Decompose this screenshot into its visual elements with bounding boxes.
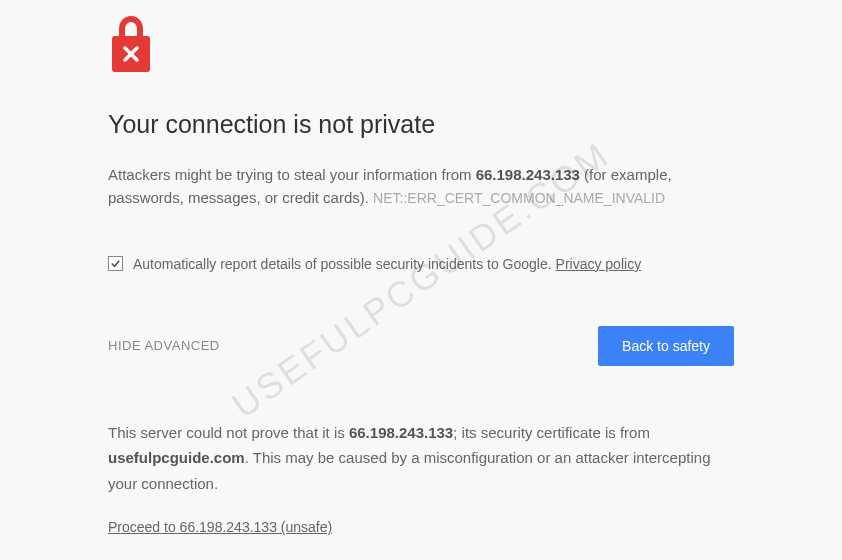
report-checkbox-label: Automatically report details of possible… — [133, 256, 641, 272]
proceed-unsafe-link[interactable]: Proceed to 66.198.243.133 (unsafe) — [108, 519, 332, 535]
advanced-explanation: This server could not prove that it is 6… — [108, 420, 734, 497]
lock-warning-icon — [108, 16, 154, 74]
privacy-policy-link[interactable]: Privacy policy — [556, 256, 642, 272]
actions-row: HIDE ADVANCED Back to safety — [108, 326, 734, 366]
target-ip: 66.198.243.133 — [476, 166, 580, 183]
hide-advanced-button[interactable]: HIDE ADVANCED — [108, 338, 220, 353]
advanced-domain: usefulpcguide.com — [108, 449, 245, 466]
report-checkbox[interactable] — [108, 256, 123, 271]
page-title: Your connection is not private — [108, 110, 734, 139]
report-checkbox-row: Automatically report details of possible… — [108, 256, 734, 272]
warning-description: Attackers might be trying to steal your … — [108, 163, 734, 210]
advanced-ip: 66.198.243.133 — [349, 424, 453, 441]
error-code: NET::ERR_CERT_COMMON_NAME_INVALID — [373, 190, 665, 206]
back-to-safety-button[interactable]: Back to safety — [598, 326, 734, 366]
